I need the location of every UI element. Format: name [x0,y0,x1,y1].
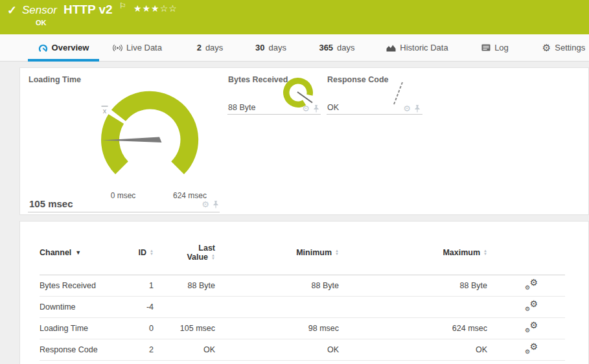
cell-divider [227,114,321,115]
settings-gear-icon: ⚙ [542,42,551,54]
cell-channel: Bytes Received [40,275,124,296]
cell-channel: Response Code [40,339,124,360]
log-icon [481,44,491,51]
pin-icon[interactable] [313,105,319,113]
channel-settings-icon[interactable]: ⚙⚙ [525,321,538,333]
gauge-needle [394,82,402,104]
column-header-last-value[interactable]: Last Value▲▼ [154,231,215,275]
table-row: Loading Time 0 105 msec 98 msec 624 msec… [40,317,565,339]
tab-bar: Overview Live Data 2 days 30 days 365 da… [0,34,589,62]
cell-id: -4 [124,296,154,317]
cell-divider [28,212,220,212]
live-data-icon [113,43,122,52]
prtg-sensor-page: ✓ Sensor HTTP v2 ⚐ ★★★☆☆ OK Overview Liv… [0,0,589,364]
sensor-name: HTTP v2 [64,3,113,17]
gauge-value: OK [327,103,339,112]
tab-number: 365 [319,43,333,52]
tab-number: 30 [255,43,264,52]
gauge-cell-response-code: Response Code OK ⚙ [327,69,424,116]
tab-2-days[interactable]: 2 days [190,34,230,61]
cell-minimum: 88 Byte [215,275,339,296]
tab-number: 2 [197,43,202,52]
cell-channel: Downtime [40,296,124,317]
sensor-header: ✓ Sensor HTTP v2 ⚐ ★★★☆☆ OK [0,0,589,34]
tab-30-days[interactable]: 30 days [248,34,294,61]
gauge-settings-icon[interactable]: ⚙ [302,105,310,113]
gauge-title: Response Code [327,75,388,84]
tab-365-days[interactable]: 365 days [314,34,360,61]
cell-maximum: 88 Byte [339,275,487,296]
column-header-maximum[interactable]: Maximum▲▼ [339,231,487,275]
sort-icon: ▲▼ [483,249,487,256]
gauge-footer-icons: ⚙ [202,201,219,209]
column-header-actions [487,231,565,275]
pin-icon[interactable] [414,105,421,113]
cell-maximum: 624 msec [339,317,487,339]
priority-flag-icon[interactable]: ⚐ [119,1,126,10]
tab-label: Historic Data [400,43,448,52]
column-label: ID [139,248,147,257]
cell-channel: Loading Time [40,317,124,339]
column-label: Maximum [443,248,480,257]
sort-icon: ▲▼ [335,249,339,256]
cell-maximum [339,296,487,317]
column-header-id[interactable]: ID▲▼ [124,231,154,275]
cell-last-value: OK [154,339,215,360]
cell-maximum: OK [339,339,487,360]
channel-settings-icon[interactable]: ⚙⚙ [525,343,538,354]
cell-minimum [215,296,339,317]
table-row: Downtime -4 ⚙⚙ [40,296,565,317]
gauge-icon [38,43,48,52]
column-label: Minimum [296,248,332,257]
tab-overview[interactable]: Overview [28,34,99,61]
channel-settings-icon[interactable]: ⚙⚙ [525,279,538,290]
priority-stars[interactable]: ★★★☆☆ [133,3,178,14]
tab-settings[interactable]: ⚙ Settings [538,34,589,61]
sort-icon: ▲▼ [211,254,215,260]
sort-icon: ▲▼ [150,249,154,256]
cell-minimum: OK [215,339,339,360]
tab-label: Log [494,43,509,52]
gauge-value: 88 Byte [228,103,255,112]
pin-icon[interactable] [213,201,219,209]
gauge-footer-icons: ⚙ [302,105,319,113]
column-header-minimum[interactable]: Minimum▲▼ [215,231,339,275]
historic-chart-icon [386,44,396,52]
cell-last-value: 105 msec [154,317,215,339]
column-header-channel[interactable]: Channel▼ [40,231,124,275]
cell-divider [327,114,422,115]
gauge-settings-icon[interactable]: ⚙ [403,105,411,113]
gauge-cell-loading-time: Loading Time x 0 msec 624 msec 105 msec … [21,69,224,214]
gauges-panel: Loading Time x 0 msec 624 msec 105 msec … [19,67,589,215]
channel-settings-icon[interactable]: ⚙⚙ [525,300,538,312]
tab-log[interactable]: Log [478,34,513,61]
gauge-cell-bytes-received: Bytes Received 88 Byte ⚙ [227,69,322,116]
status-check-icon: ✓ [7,3,17,17]
table-row: Response Code 2 OK OK OK ⚙⚙ [40,339,565,360]
gauge-title: Bytes Received [228,75,288,84]
loading-time-gauge: x [95,85,205,195]
cell-last-value [154,296,215,317]
channels-table: Channel▼ ID▲▼ Last Value▲▼ Minimum▲▼ Max… [40,231,565,361]
table-row: Bytes Received 1 88 Byte 88 Byte 88 Byte… [40,275,565,296]
gauge-value: 105 msec [29,198,73,209]
cell-minimum: 98 msec [215,317,339,339]
column-label: Channel [40,248,71,257]
gauge-title: Loading Time [29,75,81,84]
tab-label: Settings [555,43,585,52]
cell-id: 0 [124,317,154,339]
cell-id: 1 [124,275,154,296]
cell-last-value: 88 Byte [154,275,215,296]
average-marker-icon: x [103,107,107,115]
cell-id: 2 [124,339,154,360]
channels-panel: Channel▼ ID▲▼ Last Value▲▼ Minimum▲▼ Max… [19,221,589,364]
column-label: Value [187,253,208,262]
tab-live-data[interactable]: Live Data [109,34,166,61]
tab-label: days [205,43,223,52]
gauge-settings-icon[interactable]: ⚙ [202,201,209,209]
sort-caret-icon: ▼ [75,249,81,256]
tab-historic-data[interactable]: Historic Data [381,34,454,61]
sensor-status-badge: OK [36,19,47,27]
gauge-footer-icons: ⚙ [403,105,421,113]
tab-label: days [337,43,354,52]
